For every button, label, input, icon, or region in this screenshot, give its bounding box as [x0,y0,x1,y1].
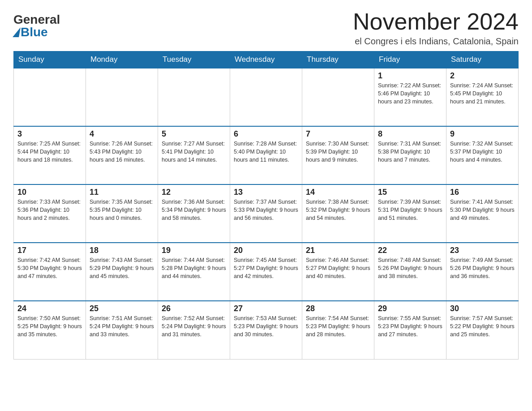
day-info: Sunrise: 7:57 AM Sunset: 5:22 PM Dayligh… [450,314,515,338]
day-number: 9 [450,129,515,139]
calendar-cell: 6Sunrise: 7:28 AM Sunset: 5:40 PM Daylig… [230,126,302,184]
calendar-cell: 3Sunrise: 7:25 AM Sunset: 5:44 PM Daylig… [14,126,86,184]
day-info: Sunrise: 7:46 AM Sunset: 5:27 PM Dayligh… [306,256,370,280]
day-number: 22 [378,246,442,255]
calendar-cell: 8Sunrise: 7:31 AM Sunset: 5:38 PM Daylig… [374,126,446,184]
day-info: Sunrise: 7:33 AM Sunset: 5:36 PM Dayligh… [17,198,82,222]
calendar-cell: 30Sunrise: 7:57 AM Sunset: 5:22 PM Dayli… [446,301,519,359]
day-info: Sunrise: 7:50 AM Sunset: 5:25 PM Dayligh… [17,314,82,338]
day-number: 14 [306,188,370,197]
col-header-tuesday: Tuesday [158,51,230,68]
calendar-cell: 28Sunrise: 7:54 AM Sunset: 5:23 PM Dayli… [302,301,374,359]
day-info: Sunrise: 7:28 AM Sunset: 5:40 PM Dayligh… [234,140,298,164]
logo: General Blue [13,13,60,39]
day-number: 8 [378,129,442,139]
logo-general-text: General [13,13,60,26]
calendar-cell: 26Sunrise: 7:52 AM Sunset: 5:24 PM Dayli… [158,301,230,359]
day-number: 12 [162,188,226,197]
week-row-3: 10Sunrise: 7:33 AM Sunset: 5:36 PM Dayli… [14,184,519,243]
day-number: 7 [306,129,370,139]
day-info: Sunrise: 7:24 AM Sunset: 5:45 PM Dayligh… [450,81,515,106]
calendar-cell: 17Sunrise: 7:42 AM Sunset: 5:30 PM Dayli… [14,243,86,301]
calendar-cell [158,68,230,126]
day-info: Sunrise: 7:25 AM Sunset: 5:44 PM Dayligh… [17,140,82,164]
col-header-friday: Friday [374,51,446,68]
day-number: 25 [90,304,154,313]
week-row-2: 3Sunrise: 7:25 AM Sunset: 5:44 PM Daylig… [14,126,519,184]
day-info: Sunrise: 7:35 AM Sunset: 5:35 PM Dayligh… [90,198,154,222]
day-number: 1 [378,71,442,81]
day-info: Sunrise: 7:41 AM Sunset: 5:30 PM Dayligh… [450,198,515,222]
calendar-cell: 21Sunrise: 7:46 AM Sunset: 5:27 PM Dayli… [302,243,374,301]
day-info: Sunrise: 7:42 AM Sunset: 5:30 PM Dayligh… [17,256,82,280]
day-number: 17 [17,246,82,255]
day-number: 21 [306,246,370,255]
calendar-cell: 25Sunrise: 7:51 AM Sunset: 5:24 PM Dayli… [86,301,158,359]
col-header-thursday: Thursday [302,51,374,68]
day-info: Sunrise: 7:45 AM Sunset: 5:27 PM Dayligh… [234,256,298,280]
day-number: 6 [234,129,298,139]
calendar-cell: 12Sunrise: 7:36 AM Sunset: 5:34 PM Dayli… [158,184,230,243]
day-info: Sunrise: 7:32 AM Sunset: 5:37 PM Dayligh… [450,140,515,164]
calendar-cell: 15Sunrise: 7:39 AM Sunset: 5:31 PM Dayli… [374,184,446,243]
calendar-cell [86,68,158,126]
week-row-1: 1Sunrise: 7:22 AM Sunset: 5:46 PM Daylig… [14,68,519,126]
day-number: 15 [378,188,442,197]
day-info: Sunrise: 7:53 AM Sunset: 5:23 PM Dayligh… [234,314,298,338]
day-info: Sunrise: 7:52 AM Sunset: 5:24 PM Dayligh… [162,314,226,338]
day-info: Sunrise: 7:38 AM Sunset: 5:32 PM Dayligh… [306,198,370,222]
col-header-monday: Monday [86,51,158,68]
calendar-header-row: SundayMondayTuesdayWednesdayThursdayFrid… [14,51,519,68]
calendar-cell: 4Sunrise: 7:26 AM Sunset: 5:43 PM Daylig… [86,126,158,184]
day-number: 16 [450,188,515,197]
calendar-cell: 27Sunrise: 7:53 AM Sunset: 5:23 PM Dayli… [230,301,302,359]
calendar-cell: 7Sunrise: 7:30 AM Sunset: 5:39 PM Daylig… [302,126,374,184]
day-info: Sunrise: 7:27 AM Sunset: 5:41 PM Dayligh… [162,140,226,164]
day-info: Sunrise: 7:36 AM Sunset: 5:34 PM Dayligh… [162,198,226,222]
day-number: 3 [17,129,82,139]
day-info: Sunrise: 7:30 AM Sunset: 5:39 PM Dayligh… [306,140,370,164]
page-header: General Blue November 2024 el Congres i … [13,9,519,47]
calendar-cell: 1Sunrise: 7:22 AM Sunset: 5:46 PM Daylig… [374,68,446,126]
calendar-cell: 13Sunrise: 7:37 AM Sunset: 5:33 PM Dayli… [230,184,302,243]
calendar-cell: 14Sunrise: 7:38 AM Sunset: 5:32 PM Dayli… [302,184,374,243]
day-number: 28 [306,304,370,313]
calendar-cell [230,68,302,126]
day-number: 11 [90,188,154,197]
day-number: 24 [17,304,82,313]
col-header-wednesday: Wednesday [230,51,302,68]
calendar-cell: 16Sunrise: 7:41 AM Sunset: 5:30 PM Dayli… [446,184,519,243]
calendar-cell: 11Sunrise: 7:35 AM Sunset: 5:35 PM Dayli… [86,184,158,243]
calendar-cell: 9Sunrise: 7:32 AM Sunset: 5:37 PM Daylig… [446,126,519,184]
week-row-5: 24Sunrise: 7:50 AM Sunset: 5:25 PM Dayli… [14,301,519,359]
calendar-cell: 19Sunrise: 7:44 AM Sunset: 5:28 PM Dayli… [158,243,230,301]
day-info: Sunrise: 7:49 AM Sunset: 5:26 PM Dayligh… [450,256,515,280]
calendar-cell: 22Sunrise: 7:48 AM Sunset: 5:26 PM Dayli… [374,243,446,301]
location-subtitle: el Congres i els Indians, Catalonia, Spa… [353,36,519,47]
calendar-cell: 23Sunrise: 7:49 AM Sunset: 5:26 PM Dayli… [446,243,519,301]
day-number: 27 [234,304,298,313]
day-info: Sunrise: 7:44 AM Sunset: 5:28 PM Dayligh… [162,256,226,280]
day-number: 2 [450,71,515,81]
day-number: 29 [378,304,442,313]
logo-triangle-icon [13,27,21,37]
week-row-4: 17Sunrise: 7:42 AM Sunset: 5:30 PM Dayli… [14,243,519,301]
day-info: Sunrise: 7:37 AM Sunset: 5:33 PM Dayligh… [234,198,298,222]
col-header-saturday: Saturday [446,51,519,68]
day-number: 30 [450,304,515,313]
day-number: 13 [234,188,298,197]
day-info: Sunrise: 7:54 AM Sunset: 5:23 PM Dayligh… [306,314,370,338]
calendar-table: SundayMondayTuesdayWednesdayThursdayFrid… [13,51,519,360]
day-info: Sunrise: 7:48 AM Sunset: 5:26 PM Dayligh… [378,256,442,280]
calendar-cell: 2Sunrise: 7:24 AM Sunset: 5:45 PM Daylig… [446,68,519,126]
day-number: 5 [162,129,226,139]
calendar-cell: 5Sunrise: 7:27 AM Sunset: 5:41 PM Daylig… [158,126,230,184]
day-info: Sunrise: 7:22 AM Sunset: 5:46 PM Dayligh… [378,81,442,106]
calendar-cell: 24Sunrise: 7:50 AM Sunset: 5:25 PM Dayli… [14,301,86,359]
day-number: 23 [450,246,515,255]
month-title: November 2024 [353,9,519,34]
day-info: Sunrise: 7:43 AM Sunset: 5:29 PM Dayligh… [90,256,154,280]
day-number: 20 [234,246,298,255]
calendar-cell: 10Sunrise: 7:33 AM Sunset: 5:36 PM Dayli… [14,184,86,243]
calendar-cell: 29Sunrise: 7:55 AM Sunset: 5:23 PM Dayli… [374,301,446,359]
